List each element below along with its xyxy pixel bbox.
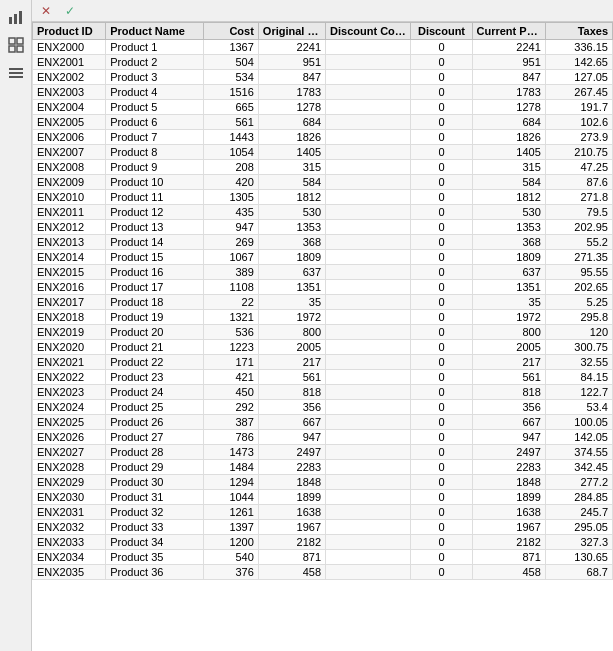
table-cell: ENX2016 [33,280,106,295]
table-row[interactable]: ENX2032Product 331397196701967295.05 [33,520,613,535]
table-row[interactable]: ENX2024Product 25292356035653.4 [33,400,613,415]
table-row[interactable]: ENX2027Product 281473249702497374.55 [33,445,613,460]
table-row[interactable]: ENX2007Product 81054140501405210.75 [33,145,613,160]
table-row[interactable]: ENX2025Product 263876670667100.05 [33,415,613,430]
table-row[interactable]: ENX2015Product 16389637063795.55 [33,265,613,280]
table-cell: ENX2011 [33,205,106,220]
table-cell [326,520,411,535]
col-header-cost[interactable]: Cost [203,23,258,40]
cancel-button[interactable]: ✕ [36,1,56,21]
table-cell: 0 [411,490,472,505]
table-row[interactable]: ENX2021Product 22171217021732.55 [33,355,613,370]
table-row[interactable]: ENX2003Product 41516178301783267.45 [33,85,613,100]
table-row[interactable]: ENX2008Product 9208315031547.25 [33,160,613,175]
table-cell: ENX2032 [33,520,106,535]
table-row[interactable]: ENX2034Product 355408710871130.65 [33,550,613,565]
table-cell: 667 [258,415,325,430]
table-cell: 1484 [203,460,258,475]
table-row[interactable]: ENX2012Product 13947135301353202.95 [33,220,613,235]
table-row[interactable]: ENX2020Product 211223200502005300.75 [33,340,613,355]
table-cell: 2241 [472,40,545,55]
table-cell: 450 [203,385,258,400]
table-row[interactable]: ENX2028Product 291484228302283342.45 [33,460,613,475]
table-cell: Product 3 [106,70,204,85]
table-row[interactable]: ENX2001Product 25049510951142.65 [33,55,613,70]
table-cell [326,325,411,340]
table-cell: 2005 [472,340,545,355]
table-row[interactable]: ENX2018Product 191321197201972295.8 [33,310,613,325]
table-row[interactable]: ENX2019Product 205368000800120 [33,325,613,340]
table-cell [326,445,411,460]
svg-rect-1 [14,14,17,24]
svg-rect-8 [9,72,23,74]
table-cell: 68.7 [545,565,612,580]
table-cell: 271.35 [545,250,612,265]
col-header-product-name[interactable]: Product Name [106,23,204,40]
table-row[interactable]: ENX2005Product 65616840684102.6 [33,115,613,130]
table-cell: 1223 [203,340,258,355]
col-header-taxes[interactable]: Taxes [545,23,612,40]
table-cell: Product 20 [106,325,204,340]
table-cell: 0 [411,415,472,430]
table-row[interactable]: ENX2013Product 14269368036855.2 [33,235,613,250]
table-row[interactable]: ENX2011Product 12435530053079.5 [33,205,613,220]
data-table-container[interactable]: Product ID Product Name Cost Original Sa… [32,22,613,651]
table-cell: Product 18 [106,295,204,310]
table-row[interactable]: ENX2006Product 71443182601826273.9 [33,130,613,145]
table-cell: 800 [472,325,545,340]
table-cell: 0 [411,505,472,520]
col-header-discount[interactable]: Discount [411,23,472,40]
table-row[interactable]: ENX2029Product 301294184801848277.2 [33,475,613,490]
svg-rect-9 [9,76,23,78]
table-cell: 2182 [258,535,325,550]
table-row[interactable]: ENX2014Product 151067180901809271.35 [33,250,613,265]
list-icon[interactable] [5,62,27,84]
table-row[interactable]: ENX2004Product 5665127801278191.7 [33,100,613,115]
table-row[interactable]: ENX2026Product 277869470947142.05 [33,430,613,445]
table-cell: 208 [203,160,258,175]
table-cell [326,550,411,565]
table-cell: 0 [411,535,472,550]
svg-rect-2 [19,11,22,24]
table-cell: 0 [411,295,472,310]
table-cell: 0 [411,475,472,490]
table-cell: 368 [258,235,325,250]
table-cell: 0 [411,400,472,415]
chart-icon[interactable] [5,6,27,28]
table-row[interactable]: ENX2016Product 171108135101351202.65 [33,280,613,295]
table-cell: ENX2023 [33,385,106,400]
table-cell: 79.5 [545,205,612,220]
table-cell: 1351 [258,280,325,295]
table-row[interactable]: ENX2031Product 321261163801638245.7 [33,505,613,520]
table-row[interactable]: ENX2035Product 36376458045868.7 [33,565,613,580]
confirm-button[interactable]: ✓ [60,1,80,21]
table-cell: Product 17 [106,280,204,295]
table-cell: 0 [411,175,472,190]
table-cell: 0 [411,310,472,325]
table-row[interactable]: ENX2002Product 35348470847127.05 [33,70,613,85]
table-cell [326,250,411,265]
table-row[interactable]: ENX2023Product 244508180818122.7 [33,385,613,400]
col-header-current-price[interactable]: Current Price [472,23,545,40]
table-row[interactable]: ENX2033Product 341200218202182327.3 [33,535,613,550]
table-cell: 847 [472,70,545,85]
col-header-discount-code[interactable]: Discount Code [326,23,411,40]
table-cell [326,205,411,220]
table-row[interactable]: ENX2030Product 311044189901899284.85 [33,490,613,505]
table-cell: Product 12 [106,205,204,220]
table-row[interactable]: ENX2010Product 111305181201812271.8 [33,190,613,205]
svg-rect-6 [17,46,23,52]
grid-icon[interactable] [5,34,27,56]
table-cell: 1353 [472,220,545,235]
svg-rect-7 [9,68,23,70]
table-row[interactable]: ENX2009Product 10420584058487.6 [33,175,613,190]
table-row[interactable]: ENX2017Product 1822350355.25 [33,295,613,310]
col-header-orig-sale-price[interactable]: Original Sale Price [258,23,325,40]
col-header-product-id[interactable]: Product ID [33,23,106,40]
table-cell: ENX2001 [33,55,106,70]
table-cell: Product 6 [106,115,204,130]
table-row[interactable]: ENX2000Product 11367224102241336.15 [33,40,613,55]
table-cell: 786 [203,430,258,445]
table-row[interactable]: ENX2022Product 23421561056184.15 [33,370,613,385]
table-cell: 368 [472,235,545,250]
